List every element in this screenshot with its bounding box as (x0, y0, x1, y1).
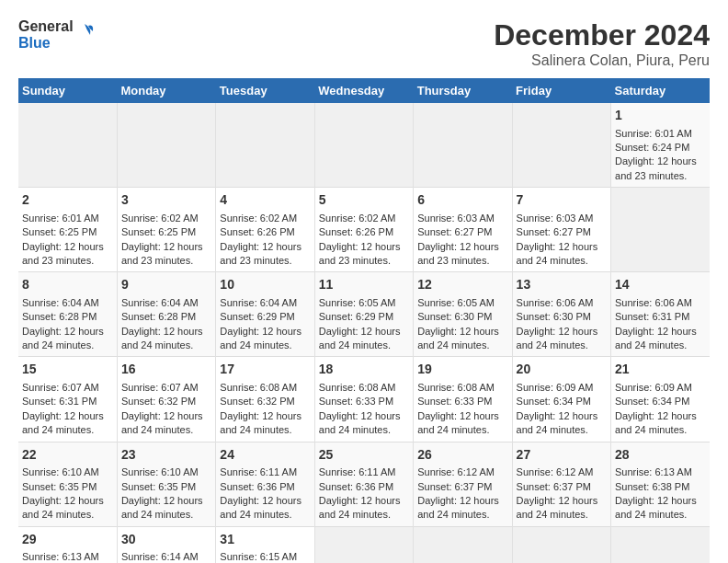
calendar-day: 31Sunrise: 6:15 AMSunset: 6:39 PMDayligh… (216, 526, 314, 563)
sunrise: Sunrise: 6:10 AM (121, 466, 199, 477)
day-number: 29 (22, 531, 113, 549)
sunset: Sunset: 6:33 PM (417, 396, 492, 407)
sunrise: Sunrise: 6:04 AM (22, 297, 99, 308)
calendar-day: 15Sunrise: 6:07 AMSunset: 6:31 PMDayligh… (18, 357, 117, 442)
sunset: Sunset: 6:25 PM (22, 226, 97, 237)
daylight: Daylight: 12 hours and 24 minutes. (319, 326, 401, 350)
sunset: Sunset: 6:30 PM (517, 311, 591, 322)
daylight: Daylight: 12 hours and 23 minutes. (417, 241, 499, 266)
calendar-day: 27Sunrise: 6:12 AMSunset: 6:37 PMDayligh… (512, 442, 610, 526)
logo: General Blue (18, 18, 94, 51)
calendar-day: 18Sunrise: 6:08 AMSunset: 6:33 PMDayligh… (314, 357, 413, 442)
logo-line2: Blue (18, 35, 74, 52)
calendar-day: 20Sunrise: 6:09 AMSunset: 6:34 PMDayligh… (512, 357, 610, 442)
sunrise: Sunrise: 6:08 AM (417, 382, 495, 393)
calendar-day: 22Sunrise: 6:10 AMSunset: 6:35 PMDayligh… (18, 442, 117, 526)
calendar-day: 2Sunrise: 6:01 AMSunset: 6:25 PMDaylight… (18, 188, 117, 272)
logo-bird-icon (75, 22, 94, 48)
calendar-week-row: 22Sunrise: 6:10 AMSunset: 6:35 PMDayligh… (18, 442, 710, 526)
sunrise: Sunrise: 6:07 AM (121, 382, 199, 393)
sunset: Sunset: 6:29 PM (319, 311, 393, 322)
calendar-day: 1Sunrise: 6:01 AMSunset: 6:24 PMDaylight… (611, 103, 710, 188)
day-number: 19 (417, 361, 507, 379)
sunrise: Sunrise: 6:11 AM (319, 466, 396, 477)
calendar-day: 21Sunrise: 6:09 AMSunset: 6:34 PMDayligh… (611, 357, 710, 442)
daylight: Daylight: 12 hours and 24 minutes. (22, 326, 104, 350)
sunrise: Sunrise: 6:02 AM (319, 213, 396, 224)
daylight: Daylight: 12 hours and 24 minutes. (517, 410, 598, 435)
sunset: Sunset: 6:28 PM (22, 311, 97, 322)
day-number: 3 (121, 191, 211, 210)
empty-cell (314, 103, 413, 188)
daylight: Daylight: 12 hours and 24 minutes. (417, 410, 499, 435)
sunrise: Sunrise: 6:05 AM (417, 297, 495, 308)
day-number: 25 (319, 446, 409, 465)
sunset: Sunset: 6:38 PM (615, 481, 689, 492)
title-block: December 2024 Salinera Colan, Piura, Per… (494, 18, 710, 69)
sunrise: Sunrise: 6:10 AM (22, 466, 99, 477)
sunrise: Sunrise: 6:04 AM (220, 297, 297, 308)
day-number: 10 (220, 276, 310, 294)
day-number: 1 (615, 107, 706, 125)
calendar-week-row: 2Sunrise: 6:01 AMSunset: 6:25 PMDaylight… (18, 188, 710, 272)
calendar-day: 7Sunrise: 6:03 AMSunset: 6:27 PMDaylight… (512, 188, 610, 272)
sunrise: Sunrise: 6:03 AM (517, 213, 594, 224)
daylight: Daylight: 12 hours and 23 minutes. (22, 241, 104, 266)
sunset: Sunset: 6:33 PM (319, 396, 393, 407)
sunrise: Sunrise: 6:13 AM (615, 466, 692, 477)
header-monday: Monday (117, 78, 215, 103)
calendar-day (611, 188, 710, 272)
day-number: 14 (615, 276, 706, 294)
sunset: Sunset: 6:27 PM (417, 226, 492, 237)
day-number: 4 (220, 191, 310, 210)
sunset: Sunset: 6:26 PM (220, 226, 294, 237)
daylight: Daylight: 12 hours and 24 minutes. (417, 326, 499, 350)
sunrise: Sunrise: 6:13 AM (22, 551, 99, 562)
calendar-day: 25Sunrise: 6:11 AMSunset: 6:36 PMDayligh… (314, 442, 413, 526)
daylight: Daylight: 12 hours and 24 minutes. (121, 495, 203, 520)
daylight: Daylight: 12 hours and 24 minutes. (22, 495, 104, 520)
day-number: 30 (121, 531, 211, 549)
empty-cell (216, 103, 314, 188)
daylight: Daylight: 12 hours and 24 minutes. (220, 410, 301, 435)
sunrise: Sunrise: 6:01 AM (22, 213, 99, 224)
daylight: Daylight: 12 hours and 24 minutes. (517, 241, 598, 266)
sunrise: Sunrise: 6:08 AM (220, 382, 297, 393)
daylight: Daylight: 12 hours and 23 minutes. (121, 241, 203, 266)
calendar-day: 6Sunrise: 6:03 AMSunset: 6:27 PMDaylight… (414, 188, 512, 272)
day-number: 15 (22, 361, 113, 379)
sunrise: Sunrise: 6:03 AM (417, 213, 495, 224)
daylight: Daylight: 12 hours and 23 minutes. (220, 241, 301, 266)
daylight: Daylight: 12 hours and 24 minutes. (319, 495, 401, 520)
sunset: Sunset: 6:29 PM (220, 311, 294, 322)
sunset: Sunset: 6:31 PM (22, 396, 97, 407)
sunset: Sunset: 6:28 PM (121, 311, 196, 322)
daylight: Daylight: 12 hours and 23 minutes. (319, 241, 401, 266)
day-number: 16 (121, 361, 211, 379)
sunrise: Sunrise: 6:15 AM (220, 551, 297, 562)
empty-cell (18, 103, 117, 188)
calendar-day: 17Sunrise: 6:08 AMSunset: 6:32 PMDayligh… (216, 357, 314, 442)
sunset: Sunset: 6:37 PM (517, 481, 591, 492)
calendar-table: SundayMondayTuesdayWednesdayThursdayFrid… (18, 78, 710, 563)
calendar-day: 12Sunrise: 6:05 AMSunset: 6:30 PMDayligh… (414, 272, 512, 357)
logo-line1: General (18, 18, 74, 35)
calendar-day: 10Sunrise: 6:04 AMSunset: 6:29 PMDayligh… (216, 272, 314, 357)
sunrise: Sunrise: 6:06 AM (615, 297, 692, 308)
calendar-day: 26Sunrise: 6:12 AMSunset: 6:37 PMDayligh… (414, 442, 512, 526)
day-number: 17 (220, 361, 310, 379)
sunrise: Sunrise: 6:11 AM (220, 466, 297, 477)
header-tuesday: Tuesday (216, 78, 314, 103)
day-number: 18 (319, 361, 409, 379)
day-number: 12 (417, 276, 507, 294)
sunrise: Sunrise: 6:07 AM (22, 382, 99, 393)
calendar-day: 5Sunrise: 6:02 AMSunset: 6:26 PMDaylight… (314, 188, 413, 272)
day-number: 13 (517, 276, 607, 294)
day-number: 7 (517, 191, 607, 210)
sunset: Sunset: 6:30 PM (417, 311, 492, 322)
calendar-week-row: 8Sunrise: 6:04 AMSunset: 6:28 PMDaylight… (18, 272, 710, 357)
calendar-day (611, 526, 710, 563)
sunrise: Sunrise: 6:12 AM (517, 466, 594, 477)
header-wednesday: Wednesday (314, 78, 413, 103)
sunrise: Sunrise: 6:06 AM (517, 297, 594, 308)
